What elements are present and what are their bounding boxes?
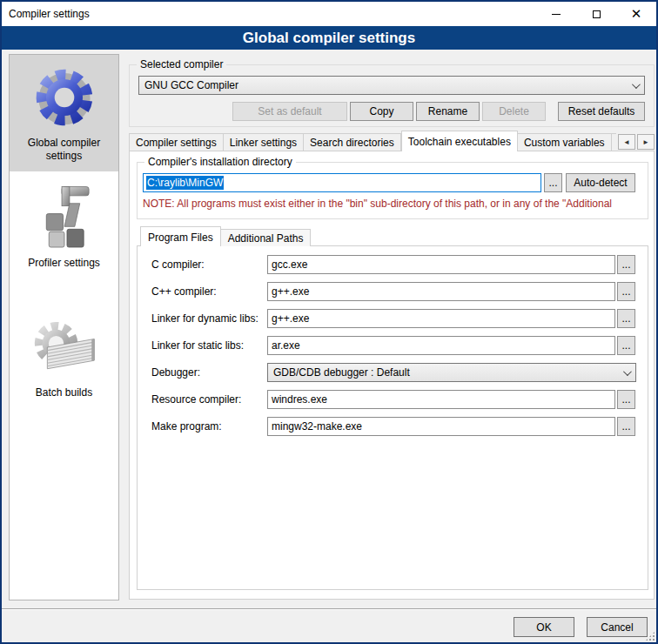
debugger-value: GDB/CDB debugger : Default (273, 366, 410, 379)
tab-linker-settings[interactable]: Linker settings (224, 133, 304, 151)
selected-compiler-group: Selected compiler GNU GCC Compiler Set a… (129, 64, 655, 127)
reset-defaults-button[interactable]: Reset defaults (558, 102, 645, 121)
make-program-input[interactable]: mingw32-make.exe (267, 417, 615, 436)
selected-compiler-value: GNU GCC Compiler (144, 79, 238, 91)
rename-button[interactable]: Rename (416, 102, 480, 121)
linker-for-dynamic-libs-row: Linker for dynamic libs:g++.exe... (151, 309, 648, 328)
close-icon: ✕ (631, 8, 642, 21)
resource-compiler-row: Resource compiler:windres.exe... (151, 390, 648, 409)
debugger-row: Debugger:GDB/CDB debugger : Default (151, 363, 648, 382)
tab-build-options[interactable]: Build options (612, 133, 616, 151)
maximize-button[interactable] (576, 2, 616, 26)
make-program-browse-button[interactable]: ... (617, 417, 635, 436)
title-bar: Compiler settings ✕ (2, 2, 656, 26)
linker-for-dynamic-libs-input[interactable]: g++.exe (267, 309, 615, 328)
arrow-left-icon: ◄ (623, 138, 630, 146)
minimize-button[interactable] (536, 2, 576, 26)
program-files-tabs: Program FilesAdditional Paths (140, 226, 311, 246)
cancel-button[interactable]: Cancel (587, 617, 648, 637)
sidebar-item-label: Profiler settings (11, 257, 117, 270)
maximize-icon (593, 10, 601, 18)
toolchain-executables-panel: Compiler's installation directory C:\ray… (129, 151, 655, 600)
compiler-actions: Set as defaultCopyRenameDeleteReset defa… (138, 102, 645, 121)
c-compiler-browse-button[interactable]: ... (617, 255, 635, 274)
arrow-right-icon: ► (642, 138, 649, 146)
c-compiler-browse-button[interactable]: ... (617, 282, 635, 301)
footer: OK Cancel (2, 617, 648, 640)
compiler-settings-dialog: Compiler settings ✕ Global compiler sett… (0, 0, 658, 644)
c-compiler-input[interactable]: g++.exe (267, 282, 615, 301)
resource-compiler-input[interactable]: windres.exe (267, 390, 615, 409)
linker-for-dynamic-libs-label: Linker for dynamic libs: (151, 312, 258, 325)
tab-toolchain-executables[interactable]: Toolchain executables (401, 131, 518, 151)
page-title: Global compiler settings (2, 26, 656, 50)
tab-scroll-left-button[interactable]: ◄ (618, 134, 635, 150)
linker-for-static-libs-browse-button[interactable]: ... (617, 336, 635, 355)
close-button[interactable]: ✕ (616, 2, 656, 26)
footer-divider (2, 608, 656, 610)
make-program-label: Make program: (151, 420, 222, 433)
debugger-label: Debugger: (151, 366, 200, 379)
resource-compiler-browse-button[interactable]: ... (617, 390, 635, 409)
settings-tab-strip: Compiler settingsLinker settingsSearch d… (129, 131, 655, 151)
ok-button[interactable]: OK (514, 617, 574, 637)
chevron-down-icon (632, 80, 641, 89)
sidebar-item-global-compiler-settings[interactable]: Global compiler settings (10, 55, 118, 171)
settings-tabs: Compiler settingsLinker settingsSearch d… (129, 131, 616, 151)
set-as-default-button: Set as default (232, 102, 347, 121)
make-program-value: mingw32-make.exe (272, 420, 362, 433)
installation-directory-group-label: Compiler's installation directory (144, 156, 296, 168)
note-text: NOTE: All programs must exist either in … (143, 198, 646, 210)
sidebar-item-profiler-settings[interactable]: Profiler settings (10, 175, 118, 278)
linker-for-dynamic-libs-browse-button[interactable]: ... (617, 309, 635, 328)
window-controls: ✕ (536, 2, 656, 26)
window-title: Compiler settings (2, 8, 90, 20)
linker-for-static-libs-value: ar.exe (272, 339, 300, 352)
c-compiler-row: C++ compiler:g++.exe... (151, 282, 648, 301)
c-compiler-input[interactable]: gcc.exe (267, 255, 615, 274)
gray-gear-stack-icon (29, 312, 100, 383)
installation-directory-row: C:\raylib\MinGW ... Auto-detect (143, 173, 642, 192)
debugger-dropdown[interactable]: GDB/CDB debugger : Default (267, 363, 636, 382)
browse-directory-button[interactable]: ... (544, 173, 562, 192)
copy-button[interactable]: Copy (350, 102, 413, 121)
tab-scroll-arrows: ◄ ► (618, 134, 655, 150)
resource-compiler-value: windres.exe (272, 393, 327, 406)
c-compiler-label: C++ compiler: (151, 285, 217, 298)
blue-gear-icon (29, 62, 100, 133)
selected-compiler-dropdown[interactable]: GNU GCC Compiler (138, 76, 645, 95)
program-files-panel: C compiler:gcc.exe...C++ compiler:g++.ex… (137, 245, 648, 590)
chevron-down-icon (623, 367, 632, 376)
tab-scroll-right-button[interactable]: ► (637, 134, 655, 150)
subtab-program-files[interactable]: Program Files (140, 226, 221, 246)
resource-compiler-label: Resource compiler: (151, 393, 241, 406)
minimize-icon (552, 14, 561, 15)
tab-custom-variables[interactable]: Custom variables (518, 133, 612, 151)
linker-for-static-libs-row: Linker for static libs:ar.exe... (151, 336, 648, 355)
linker-for-dynamic-libs-value: g++.exe (272, 312, 309, 325)
c-compiler-value: g++.exe (272, 285, 309, 298)
make-program-row: Make program:mingw32-make.exe... (151, 417, 648, 436)
c-compiler-row: C compiler:gcc.exe... (151, 255, 648, 274)
installation-directory-group: Compiler's installation directory C:\ray… (137, 162, 648, 219)
sidebar-item-label: Global compiler settings (11, 137, 117, 163)
caliper-blocks-icon (29, 182, 100, 253)
linker-for-static-libs-input[interactable]: ar.exe (267, 336, 615, 355)
linker-for-static-libs-label: Linker for static libs: (151, 339, 244, 352)
installation-directory-input[interactable]: C:\raylib\MinGW (143, 173, 541, 192)
sidebar-item-batch-builds[interactable]: Batch builds (10, 305, 118, 408)
delete-button: Delete (482, 102, 546, 121)
c-compiler-label: C compiler: (151, 258, 205, 271)
settings-category-sidebar: Global compiler settings Profiler settin… (9, 54, 119, 600)
tab-compiler-settings[interactable]: Compiler settings (129, 133, 224, 151)
tab-search-directories[interactable]: Search directories (304, 133, 401, 151)
selected-compiler-group-label: Selected compiler (137, 58, 226, 70)
subtab-additional-paths[interactable]: Additional Paths (221, 229, 312, 246)
installation-directory-value: C:\raylib\MinGW (146, 176, 224, 190)
auto-detect-button[interactable]: Auto-detect (566, 173, 635, 192)
sidebar-item-label: Batch builds (11, 386, 117, 399)
c-compiler-value: gcc.exe (272, 258, 307, 271)
